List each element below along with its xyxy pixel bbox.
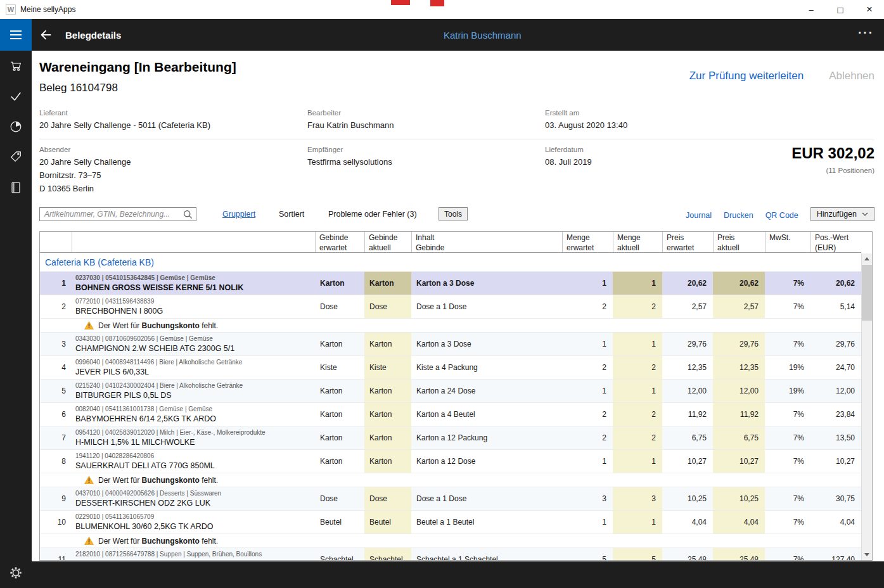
gebinde-aktuell-cell[interactable]: Beutel xyxy=(364,511,411,534)
col-gebinde-erwartet[interactable]: Gebinde erwartet xyxy=(315,232,364,252)
sidebar-item-tasks[interactable] xyxy=(0,81,32,112)
scroll-down-button[interactable] xyxy=(862,549,872,560)
gebinde-aktuell-cell[interactable]: Karton xyxy=(364,380,411,402)
more-options-icon[interactable]: ··· xyxy=(858,26,874,40)
menge-aktuell-cell[interactable]: 1 xyxy=(613,511,662,534)
gebinde-aktuell-cell[interactable]: Schachtel xyxy=(364,548,411,560)
preis-aktuell-cell[interactable]: 12,00 xyxy=(713,380,765,402)
table-row[interactable]: 11 2182010 | 08712566479788 | Suppen | S… xyxy=(40,548,861,560)
gebinde-aktuell-cell[interactable]: Dose xyxy=(364,295,411,318)
preis-aktuell-cell[interactable]: 4,04 xyxy=(713,511,765,534)
table-row[interactable]: 2 0772010 | 04311596438839 BRECHBOHNEN I… xyxy=(40,295,861,319)
menge-aktuell-cell[interactable]: 1 xyxy=(613,333,662,355)
hamburger-menu-icon[interactable] xyxy=(0,19,32,51)
preis-aktuell-cell[interactable]: 29,76 xyxy=(713,333,765,355)
preis-aktuell-cell[interactable]: 6,75 xyxy=(713,426,765,449)
lieferdatum-label: Lieferdatum xyxy=(545,146,592,153)
col-preis-erwartet[interactable]: Preis erwartet xyxy=(662,232,713,252)
print-link[interactable]: Drucken xyxy=(724,209,753,220)
table-row[interactable]: 1 0237030 | 05410153642845 | Gemüse | Ge… xyxy=(40,272,861,295)
col-menge-erwartet[interactable]: Menge erwartet xyxy=(562,232,613,252)
sorted-link[interactable]: Sortiert xyxy=(279,210,304,219)
menge-aktuell-cell[interactable]: 2 xyxy=(613,403,662,426)
close-button[interactable]: × xyxy=(855,0,884,19)
gebinde-aktuell-cell[interactable]: Karton xyxy=(364,426,411,449)
maximize-button[interactable]: □ xyxy=(826,0,855,19)
gebinde-aktuell-cell[interactable]: Karton xyxy=(364,333,411,355)
scroll-up-button[interactable] xyxy=(862,253,872,264)
sidebar-item-settings[interactable] xyxy=(0,558,32,588)
col-preis-aktuell[interactable]: Preis aktuell xyxy=(713,232,765,252)
menge-aktuell-cell[interactable]: 2 xyxy=(613,426,662,449)
pos-wert-cell: 127,40 xyxy=(810,548,861,560)
search-icon[interactable] xyxy=(183,210,193,222)
reject-link[interactable]: Ablehnen xyxy=(829,70,874,82)
sidebar-item-journal[interactable] xyxy=(0,172,32,203)
row-number: 10 xyxy=(40,511,72,534)
qr-code-link[interactable]: QR Code xyxy=(765,209,798,220)
inhalt-gebinde-cell: Schachtel a 1 Schachtel xyxy=(411,548,562,560)
article-meta: 0229010 | 05411361065709 xyxy=(75,513,315,520)
menge-aktuell-cell[interactable]: 3 xyxy=(613,487,662,510)
preis-aktuell-cell[interactable]: 2,57 xyxy=(713,295,765,318)
col-pos-wert[interactable]: Pos.-Wert (EUR) xyxy=(810,232,861,252)
journal-link[interactable]: Journal xyxy=(686,209,712,220)
sidebar-item-statistics[interactable] xyxy=(0,112,32,142)
scrollbar-thumb[interactable] xyxy=(862,265,872,321)
table-row[interactable]: 5 0215240 | 04102430002404 | Biere | Alk… xyxy=(40,380,861,403)
col-inhalt-gebinde[interactable]: Inhalt Gebinde xyxy=(411,232,562,252)
menge-aktuell-cell[interactable]: 5 xyxy=(613,548,662,560)
preis-aktuell-cell[interactable]: 12,35 xyxy=(713,356,765,379)
table-row[interactable]: 6 0082040 | 05411361001738 | Gemüse | Ge… xyxy=(40,403,861,426)
sidebar-item-cart[interactable] xyxy=(0,51,32,81)
inhalt-gebinde-cell: Beutel a 1 Beutel xyxy=(411,511,562,534)
preis-aktuell-cell[interactable]: 11,92 xyxy=(713,403,765,426)
col-gebinde-aktuell[interactable]: Gebinde aktuell xyxy=(364,232,411,252)
table-row[interactable]: 7 0954120 | 04025839012020 | Milch | Eie… xyxy=(40,426,861,450)
menge-aktuell-cell[interactable]: 2 xyxy=(613,295,662,318)
row-number: 5 xyxy=(40,380,72,402)
minimize-button[interactable]: – xyxy=(797,0,826,19)
grouped-link[interactable]: Gruppiert xyxy=(222,210,255,219)
menge-erwartet-cell: 3 xyxy=(562,487,613,510)
table-row[interactable]: 3 0343030 | 08710609602056 | Gemüse | Ge… xyxy=(40,333,861,356)
preis-aktuell-cell[interactable]: 25,48 xyxy=(713,548,765,560)
search-input[interactable] xyxy=(40,208,196,220)
window-controls: – □ × xyxy=(797,0,884,19)
menge-erwartet-cell: 1 xyxy=(562,333,613,355)
preis-aktuell-cell[interactable]: 10,27 xyxy=(713,450,765,473)
warning-row: Der Wert für Buchungskonto fehlt. xyxy=(40,319,861,333)
preis-aktuell-cell[interactable]: 10,25 xyxy=(713,487,765,510)
table-row[interactable]: 4 0996040 | 04008948114496 | Biere | Alk… xyxy=(40,356,861,380)
user-name[interactable]: Katrin Buschmann xyxy=(444,30,522,41)
menge-aktuell-cell[interactable]: 1 xyxy=(613,272,662,295)
problems-errors-link[interactable]: Probleme oder Fehler (3) xyxy=(328,210,417,219)
col-menge-aktuell[interactable]: Menge aktuell xyxy=(613,232,662,252)
app-title: Meine sellyApps xyxy=(20,5,75,14)
group-header[interactable]: Cafeteria KB (Cafeteria KB) xyxy=(40,253,861,272)
tools-button[interactable]: Tools xyxy=(439,207,468,220)
forward-for-review-link[interactable]: Zur Prüfung weiterleiten xyxy=(689,70,804,82)
col-mwst[interactable]: MwSt. xyxy=(765,232,810,252)
gebinde-erwartet-cell: Karton xyxy=(315,272,364,295)
inhalt-gebinde-cell: Karton a 4 Beutel xyxy=(411,403,562,426)
gebinde-aktuell-cell[interactable]: Karton xyxy=(364,403,411,426)
add-dropdown-button[interactable]: Hinzufügen xyxy=(810,207,874,221)
table-row[interactable]: 8 1941120 | 04028286420806 SAUERKRAUT DE… xyxy=(40,450,861,473)
sidebar xyxy=(0,51,32,588)
menge-aktuell-cell[interactable]: 1 xyxy=(613,380,662,402)
menge-aktuell-cell[interactable]: 2 xyxy=(613,356,662,379)
back-button[interactable] xyxy=(39,27,54,42)
page-title: Belegdetails xyxy=(65,30,121,41)
vertical-scrollbar[interactable] xyxy=(861,253,872,560)
gebinde-aktuell-cell[interactable]: Dose xyxy=(364,487,411,510)
table-row[interactable]: 10 0229010 | 05411361065709 BLUMENKOHL 3… xyxy=(40,511,861,534)
gebinde-aktuell-cell[interactable]: Kiste xyxy=(364,356,411,379)
gebinde-aktuell-cell[interactable]: Karton xyxy=(364,450,411,473)
sidebar-item-prices[interactable] xyxy=(0,142,32,172)
table-row[interactable]: 9 0437010 | 04000492005626 | Desserts | … xyxy=(40,487,861,511)
gebinde-aktuell-cell[interactable]: Karton xyxy=(364,272,411,295)
menge-aktuell-cell[interactable]: 1 xyxy=(613,450,662,473)
preis-aktuell-cell[interactable]: 20,62 xyxy=(713,272,765,295)
main-content: Wareneingang [In Bearbeitung] Beleg 1610… xyxy=(32,51,884,561)
